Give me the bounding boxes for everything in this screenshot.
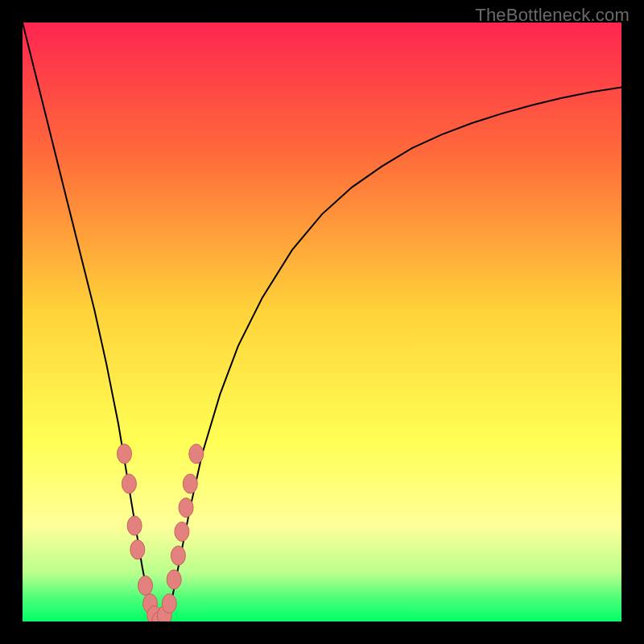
curve-marker <box>179 498 193 518</box>
chart-svg <box>23 23 621 621</box>
curve-marker <box>183 474 197 493</box>
curve-marker <box>171 546 185 565</box>
chart-frame: TheBottleneck.com <box>0 0 644 644</box>
curve-marker <box>127 516 142 535</box>
plot-area <box>23 23 621 621</box>
curve-marker <box>122 474 136 493</box>
curve-marker <box>175 522 189 541</box>
curve-marker <box>118 444 132 464</box>
gradient-background <box>23 23 621 621</box>
curve-marker <box>138 576 153 595</box>
curve-marker <box>130 540 145 559</box>
curve-marker <box>167 570 181 589</box>
curve-marker <box>162 594 176 613</box>
curve-marker <box>189 444 204 464</box>
